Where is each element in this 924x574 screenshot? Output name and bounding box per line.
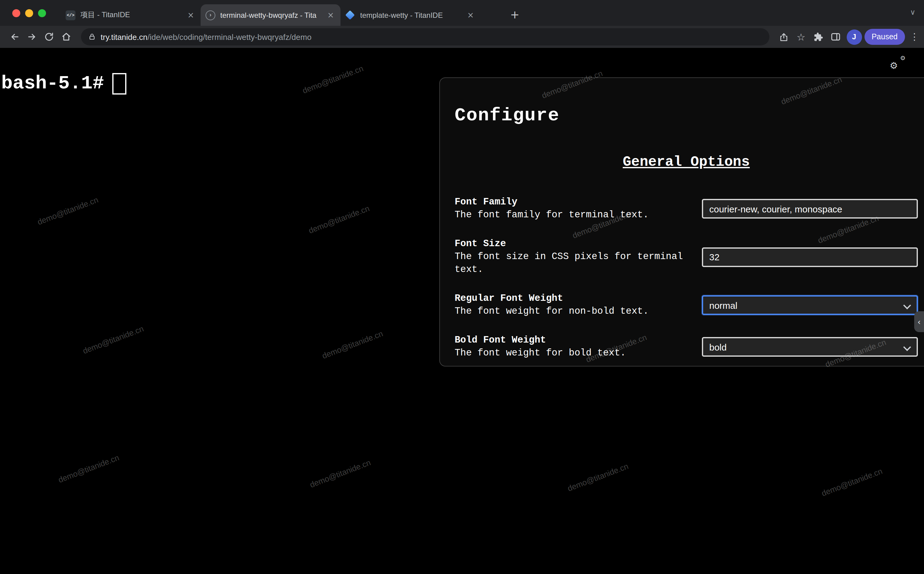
address-bar[interactable]: try.titanide.cn/ide/web/coding/terminal-… <box>81 28 769 46</box>
configure-panel: Configure General Options Font Family Th… <box>439 77 924 366</box>
tab-terminal-wetty[interactable]: › terminal-wetty-bwqryafz - Tita × <box>201 4 341 26</box>
back-button[interactable] <box>6 28 23 46</box>
bookmark-star-icon[interactable]: ☆ <box>792 28 809 46</box>
field-label: Font Size <box>455 238 690 251</box>
field-row-regular-font-weight: Regular Font Weight The font weight for … <box>455 292 918 318</box>
share-icon[interactable] <box>775 28 792 46</box>
select-chevron-icon <box>903 343 911 351</box>
select-value: normal <box>709 300 737 310</box>
field-row-bold-font-weight: Bold Font Weight The font weight for bol… <box>455 334 918 360</box>
tab-close-icon[interactable]: × <box>186 10 196 20</box>
code-icon: </> <box>66 10 75 20</box>
field-row-font-size: Font Size The font size in CSS pixels fo… <box>455 238 918 276</box>
select-chevron-icon <box>903 301 911 309</box>
profile-avatar[interactable]: J <box>846 29 862 44</box>
terminal-prompt: bash-5.1# <box>1 73 104 95</box>
side-panel-icon[interactable] <box>827 28 844 46</box>
field-label: Regular Font Weight <box>455 292 690 305</box>
lock-icon[interactable] <box>88 33 96 41</box>
window-controls <box>12 9 46 17</box>
browser-window: </> 项目 - TitanIDE × › terminal-wetty-bwq… <box>0 0 924 574</box>
font-family-input[interactable] <box>702 199 918 219</box>
tab-label: 项目 - TitanIDE <box>80 10 186 20</box>
extensions-puzzle-icon[interactable] <box>809 28 827 46</box>
sync-paused-badge[interactable]: Paused <box>864 29 905 45</box>
browser-toolbar: try.titanide.cn/ide/web/coding/terminal-… <box>0 26 924 48</box>
tab-label: terminal-wetty-bwqryafz - Tita <box>220 11 326 19</box>
tab-template-wetty[interactable]: template-wetty - TitanIDE × <box>341 4 481 26</box>
field-description: The font family for terminal text. <box>455 209 690 222</box>
terminal-prompt-line: bash-5.1# <box>1 73 127 95</box>
general-options-heading: General Options <box>455 154 918 170</box>
settings-gear-icon[interactable]: ⚙ ⚙ <box>889 57 905 70</box>
font-size-input[interactable] <box>702 247 918 267</box>
close-window-button[interactable] <box>12 9 20 17</box>
url-host: try.titanide.cn <box>101 32 148 41</box>
field-description: The font weight for non-bold text. <box>455 305 690 318</box>
select-value: bold <box>709 342 727 352</box>
zoom-window-button[interactable] <box>38 9 46 17</box>
bold-font-weight-select[interactable]: bold <box>702 337 918 357</box>
tab-label: template-wetty - TitanIDE <box>360 11 466 19</box>
field-label: Font Family <box>455 196 690 209</box>
forward-button[interactable] <box>23 28 41 46</box>
tab-strip: </> 项目 - TitanIDE × › terminal-wetty-bwq… <box>0 0 924 26</box>
new-tab-button[interactable]: + <box>507 6 523 22</box>
template-icon <box>346 10 355 20</box>
home-button[interactable] <box>58 28 75 46</box>
terminal-icon: › <box>206 10 215 20</box>
browser-menu-icon[interactable]: ⋮ <box>910 31 919 43</box>
field-row-font-family: Font Family The font family for terminal… <box>455 196 918 222</box>
url-path: /ide/web/coding/terminal-wetty-bwqryafz/… <box>148 32 312 41</box>
field-description: The font weight for bold text. <box>455 347 690 360</box>
url-text: try.titanide.cn/ide/web/coding/terminal-… <box>101 32 311 41</box>
regular-font-weight-select[interactable]: normal <box>702 295 918 315</box>
field-description: The font size in CSS pixels for terminal… <box>455 251 690 276</box>
configure-title: Configure <box>455 105 918 126</box>
tab-close-icon[interactable]: × <box>326 10 336 20</box>
terminal-cursor <box>113 73 127 94</box>
collapse-panel-handle[interactable]: ‹ <box>914 311 924 332</box>
minimize-window-button[interactable] <box>25 9 33 17</box>
tab-project[interactable]: </> 项目 - TitanIDE × <box>61 4 201 26</box>
field-label: Bold Font Weight <box>455 334 690 347</box>
tab-search-chevron-icon[interactable]: ∨ <box>910 8 915 17</box>
terminal-screen[interactable]: bash-5.1# ⚙ ⚙ ‹ Configure General Option… <box>0 48 924 574</box>
reload-button[interactable] <box>41 28 58 46</box>
tab-close-icon[interactable]: × <box>466 10 476 20</box>
